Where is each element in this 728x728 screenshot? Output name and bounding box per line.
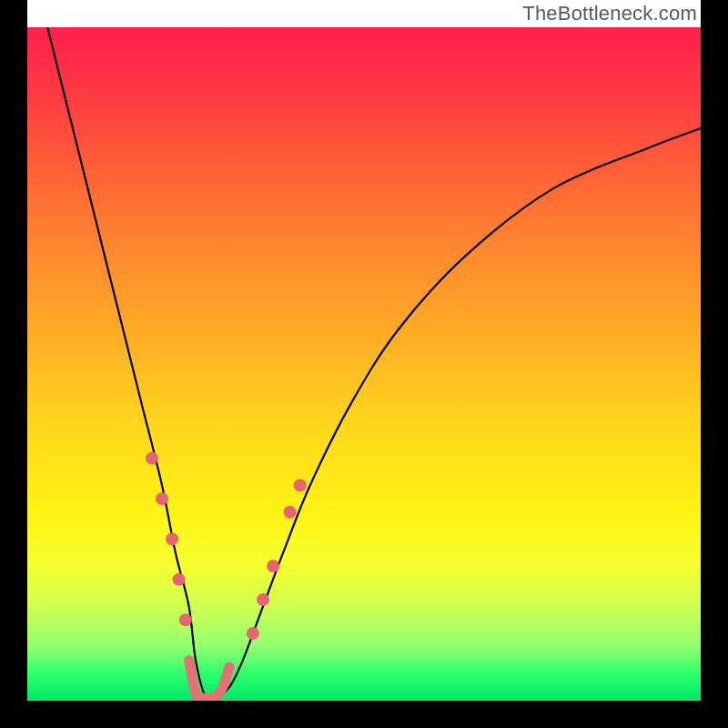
watermark-text: TheBottleneck.com bbox=[522, 2, 697, 25]
accent-dot bbox=[294, 479, 307, 491]
plot-area bbox=[27, 27, 701, 701]
accent-dot bbox=[156, 492, 168, 505]
accent-segment bbox=[189, 661, 229, 699]
curve-svg bbox=[27, 27, 701, 701]
accent-dot bbox=[257, 593, 269, 606]
accent-dot bbox=[173, 573, 186, 586]
chart-frame: TheBottleneck.com bbox=[0, 0, 728, 728]
bottleneck-curve bbox=[47, 27, 701, 701]
accent-dot bbox=[247, 627, 259, 640]
accent-dot bbox=[284, 506, 297, 519]
accent-dot bbox=[179, 613, 192, 626]
accent-dot bbox=[166, 532, 178, 545]
accent-dot bbox=[267, 560, 279, 572]
accent-dot bbox=[146, 452, 158, 465]
